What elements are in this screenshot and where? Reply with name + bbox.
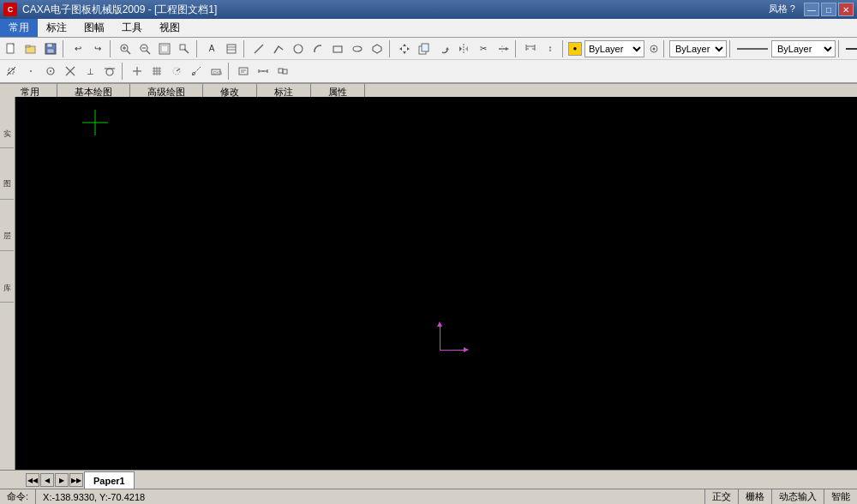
zoom-all-button[interactable]	[155, 39, 174, 58]
linetype-select[interactable]: ByLayer	[771, 40, 836, 57]
sidebar-tab-library[interactable]: 库	[0, 251, 14, 303]
rect-button[interactable]	[328, 39, 347, 58]
sidebar-tab-layer[interactable]: 层	[0, 200, 14, 251]
menu-item-common[interactable]: 常用	[0, 19, 38, 37]
toolbar-row-1: ↩ ↪ A	[0, 38, 857, 60]
svg-marker-37	[506, 47, 509, 51]
menu-item-view[interactable]: 视图	[151, 19, 189, 37]
sidebar-tab-drawing[interactable]: 图	[0, 148, 14, 200]
toolbar-area: ↩ ↪ A	[0, 38, 857, 84]
new-button[interactable]	[2, 39, 21, 58]
coordinates-display: X:-138.9330, Y:-70.4218	[43, 492, 145, 502]
svg-rect-18	[227, 45, 236, 53]
dynin-section[interactable]: 动态输入	[772, 489, 824, 504]
sep1	[63, 40, 66, 57]
menu-item-mark[interactable]: 标注	[38, 19, 75, 37]
color-select[interactable]: ByLayer	[669, 40, 727, 57]
main-canvas[interactable]	[15, 97, 857, 470]
command-section: 命令:	[0, 489, 36, 504]
minimize-button[interactable]: —	[804, 3, 819, 16]
redo-button[interactable]: ↪	[88, 39, 107, 58]
snap-midpoint-button[interactable]	[21, 62, 40, 81]
extend-button[interactable]	[494, 39, 512, 58]
snap-center-button[interactable]	[41, 62, 60, 81]
measure-button[interactable]	[254, 62, 273, 81]
ortho-section[interactable]: 正交	[705, 489, 739, 504]
maximize-button[interactable]: □	[821, 3, 836, 16]
nav-first-button[interactable]: ◀◀	[26, 473, 39, 487]
copy-button[interactable]	[415, 39, 434, 58]
trim-button[interactable]: ✂	[474, 39, 493, 58]
svg-rect-79	[283, 69, 287, 74]
sep10	[838, 40, 842, 57]
close-button[interactable]: ✕	[838, 3, 854, 16]
sep6	[515, 40, 518, 57]
polar-button[interactable]	[167, 62, 186, 81]
text-button[interactable]: A	[202, 39, 221, 58]
mirror-button[interactable]	[454, 39, 473, 58]
window-title: CAXA电子图板机械版2009 - [工程图文档1]	[22, 3, 217, 17]
nav-prev-button[interactable]: ◀	[40, 473, 54, 487]
open-button[interactable]	[21, 39, 40, 58]
move-button[interactable]	[395, 39, 414, 58]
menu-item-tools[interactable]: 工具	[113, 19, 151, 37]
svg-line-21	[255, 45, 263, 53]
undo-button[interactable]: ↩	[69, 39, 87, 58]
sidebar-tab-solid[interactable]: 实	[0, 97, 14, 148]
polygon-button[interactable]	[368, 39, 387, 58]
grid-button[interactable]	[147, 62, 166, 81]
ellipse-button[interactable]	[348, 39, 367, 58]
crosshair-cursor	[82, 110, 108, 138]
window-controls[interactable]: 凤格 ? — □ ✕	[769, 3, 854, 16]
menu-item-frame[interactable]: 图幅	[75, 19, 113, 37]
page-tab-paper1[interactable]: Paper1	[84, 471, 135, 489]
snap-tangent-button[interactable]	[100, 62, 119, 81]
smart-section[interactable]: 智能	[824, 489, 857, 504]
dim-aligned-button[interactable]: ↕	[541, 39, 560, 58]
svg-marker-26	[403, 44, 406, 46]
y-axis-arrow	[437, 321, 442, 327]
dynin-button[interactable]: DYN	[207, 62, 225, 81]
layer-color-icon[interactable]: ●	[568, 42, 582, 56]
otrack-button[interactable]	[187, 62, 206, 81]
lineweight-controls: ByLayer	[844, 40, 857, 57]
title-left: C CAXA电子图板机械版2009 - [工程图文档1]	[3, 3, 217, 17]
sep12	[228, 63, 231, 80]
sep9	[729, 40, 733, 57]
left-sidebar: 实 图 层 库	[0, 97, 15, 470]
sep4	[243, 40, 247, 57]
dim-linear-button[interactable]	[521, 39, 540, 58]
status-bar: 命令: X:-138.9330, Y:-70.4218 正交 栅格 动态输入 智…	[0, 489, 857, 504]
zoom-out-button[interactable]	[135, 39, 154, 58]
rotate-button[interactable]	[434, 39, 453, 58]
nav-next-button[interactable]: ▶	[55, 473, 69, 487]
snap-perpendicular-button[interactable]: ⊥	[81, 62, 99, 81]
line-button[interactable]	[249, 39, 268, 58]
sep5	[389, 40, 393, 57]
zoom-window-button[interactable]	[175, 39, 194, 58]
svg-rect-0	[7, 44, 14, 53]
hatch-button[interactable]	[222, 39, 241, 58]
zoom-in-button[interactable]	[116, 39, 135, 58]
toolbar-row-2: ⊥ DYN	[0, 60, 857, 82]
snap-endpoint-button[interactable]	[2, 62, 21, 81]
grid-section[interactable]: 栅格	[739, 489, 772, 504]
layer-settings-button[interactable]	[647, 42, 661, 56]
layer-select[interactable]: ByLayer	[584, 40, 644, 57]
arc-button[interactable]	[309, 39, 327, 58]
sep2	[110, 40, 113, 57]
y-axis	[440, 324, 440, 350]
circle-button[interactable]	[289, 39, 308, 58]
nav-last-button[interactable]: ▶▶	[69, 473, 83, 487]
ortho-button[interactable]	[128, 62, 147, 81]
polyline-button[interactable]	[269, 39, 288, 58]
svg-rect-31	[422, 44, 428, 51]
save-button[interactable]	[41, 39, 60, 58]
bottom-tabs: ◀◀ ◀ ▶ ▶▶ Paper1	[0, 470, 857, 489]
snap-intersection-button[interactable]	[61, 62, 80, 81]
linetype-controls: ByLayer	[735, 40, 836, 57]
svg-rect-71	[239, 68, 248, 75]
properties-button[interactable]	[234, 62, 253, 81]
svg-marker-28	[399, 47, 402, 51]
block-button[interactable]	[273, 62, 292, 81]
